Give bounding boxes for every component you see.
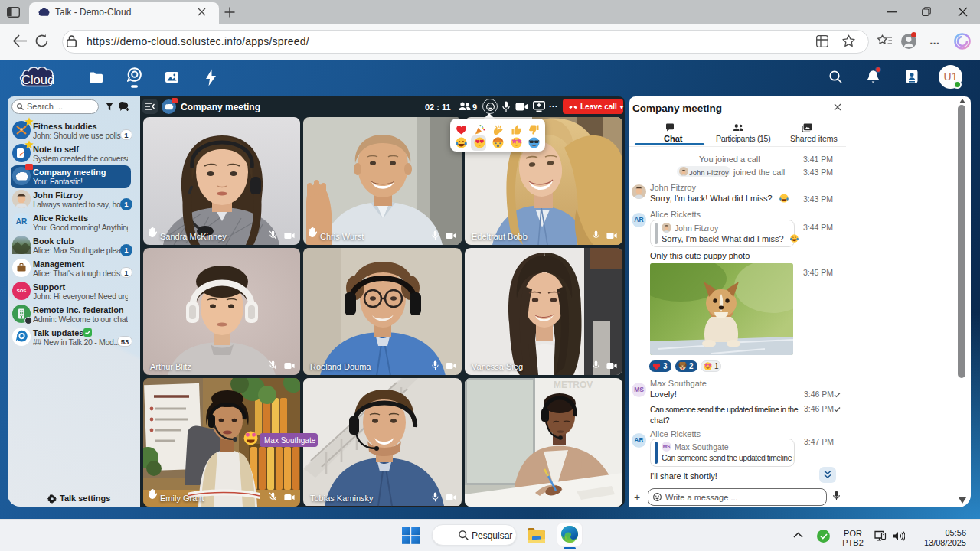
svg-text:METROV: METROV: [554, 380, 593, 390]
svg-text:Cloud: Cloud: [21, 73, 54, 86]
